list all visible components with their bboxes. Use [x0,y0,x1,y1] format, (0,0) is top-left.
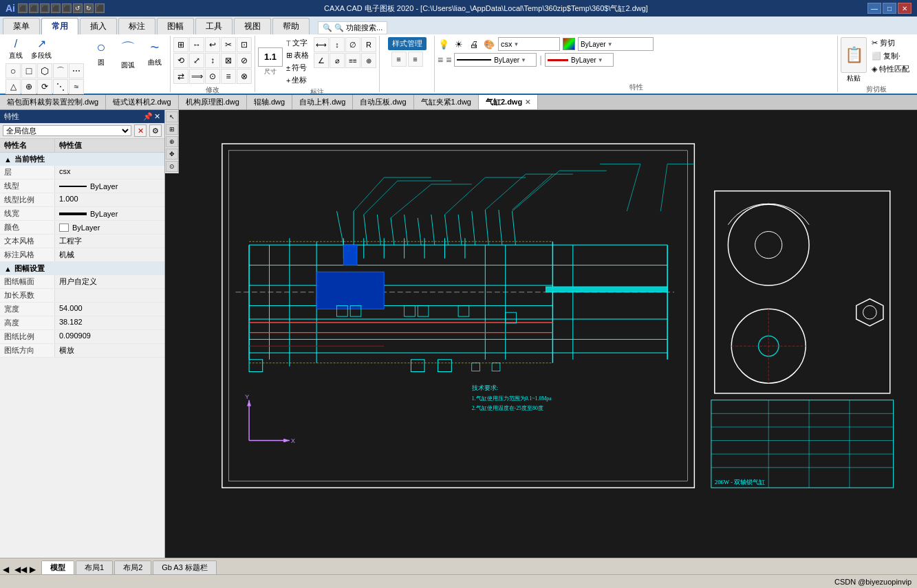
modify-btn-6[interactable]: ⟲ [173,53,188,68]
polyline-button[interactable]: ↗ 多段线 [28,37,54,62]
doc-tab-3[interactable]: 辊轴.dwg [247,95,292,109]
model-tab-layout1[interactable]: 布局1 [76,560,113,574]
modify-btn-12[interactable]: ⟹ [189,69,204,84]
dim-btn-6[interactable]: ⌀ [330,53,345,68]
tool-btn-9[interactable]: ⋱ [53,79,68,94]
tab-view[interactable]: 视图 [234,18,271,34]
tool-btn-10[interactable]: ≈ [69,79,84,94]
tool-btn-3[interactable]: ⬡ [37,63,52,78]
vtool-snap[interactable]: ⊙ [166,161,178,172]
coord-button[interactable]: + 坐标 [284,74,311,86]
panel-close-button[interactable]: ✕ [154,112,160,121]
current-props-section[interactable]: ▲ 当前特性 [0,153,164,166]
panel-pin-button[interactable]: 📌 [143,112,153,121]
doc-tab-2[interactable]: 机构原理图.dwg [179,95,247,109]
tab-nav-prev[interactable]: ◀ [3,565,9,574]
vtool-select[interactable]: ↖ [166,111,178,122]
model-tab-model[interactable]: 模型 [41,560,74,574]
line-button[interactable]: / 直线 [6,37,26,62]
minimize-button[interactable]: — [867,3,881,14]
modify-btn-1[interactable]: ⊞ [173,37,188,52]
tool-btn-2[interactable]: □ [21,63,36,78]
modify-btn-7[interactable]: ⤢ [189,53,204,68]
maximize-button[interactable]: □ [883,3,896,14]
filter-clear-button[interactable]: ✕ [134,124,147,137]
match-properties-button[interactable]: ◈ 特性匹配 [870,63,911,75]
panel-filter-select[interactable]: 全局信息 [3,125,131,136]
modify-btn-9[interactable]: ⊠ [221,53,236,68]
tool-btn-5[interactable]: ⋯ [69,63,84,78]
modify-btn-14[interactable]: ≡ [221,69,236,84]
tab-tools[interactable]: 工具 [195,18,233,34]
dim-btn-3[interactable]: ∅ [345,37,360,52]
dim-btn-5[interactable]: ∠ [314,53,329,68]
cut-button[interactable]: ✂ 剪切 [870,37,911,49]
color-wheel-btn[interactable]: 🎨 [483,38,495,50]
doc-tab-7[interactable]: 气缸2.dwg ✕ [479,95,538,109]
layer-visibility-btn[interactable]: 💡 [438,38,450,50]
layer-dropdown[interactable]: csx ▼ [498,37,560,51]
bylayer3-dropdown[interactable]: ByLayer ▼ [545,53,614,67]
color-swatch[interactable] [563,38,575,50]
tool-btn-1[interactable]: ○ [6,63,21,78]
filter-settings-button[interactable]: ⚙ [149,124,162,137]
dim-btn-1[interactable]: ⟷ [314,37,329,52]
tab-drawing-format[interactable]: 图幅 [157,18,194,34]
drawing-settings-section[interactable]: ▲ 图幅设置 [0,262,164,275]
modify-btn-13[interactable]: ⊙ [205,69,220,84]
tab-annotation[interactable]: 标注 [118,18,155,34]
sun-btn[interactable]: ☀ [453,38,465,50]
modify-btn-10[interactable]: ⊘ [237,53,252,68]
doc-tab-5[interactable]: 自动压板.dwg [353,95,413,109]
vtool-zoom[interactable]: ⊕ [166,136,178,147]
circle-button[interactable]: ○ 圆 [89,37,114,69]
model-tab-layout2[interactable]: 布局2 [114,560,151,574]
dim-btn-4[interactable]: R [361,37,376,52]
tab-insert[interactable]: 插入 [80,18,117,34]
scale-input[interactable]: 1.1 [258,47,283,67]
doc-tab-6[interactable]: 气缸夹紧1.dwg [414,95,479,109]
doc-tab-close-icon[interactable]: ✕ [525,98,530,106]
table-button[interactable]: ⊞ 表格 [284,50,311,61]
tool-btn-4[interactable]: ⌒ [53,63,68,78]
dim-btn-7[interactable]: ≡≡ [345,53,360,68]
print-btn[interactable]: 🖨 [468,38,480,50]
modify-btn-3[interactable]: ↩ [205,37,220,52]
tab-nav-next[interactable]: ▶ [30,565,36,574]
style-btn-2[interactable]: ≡ [408,52,423,67]
tool-btn-8[interactable]: ⟳ [37,79,52,94]
tab-menu[interactable]: 菜单 [3,18,40,34]
drawing-canvas-area[interactable]: ↖ ⊞ ⊕ ✥ ⊙ [165,110,917,558]
model-tab-titleblock[interactable]: Gb A3 标题栏 [153,560,217,574]
tab-nav-start[interactable]: ◀◀ [14,565,27,574]
style-management-button[interactable]: 样式管理 [388,37,427,50]
tool-btn-7[interactable]: ⊕ [21,79,36,94]
modify-btn-15[interactable]: ⊗ [237,69,252,84]
copy-button[interactable]: ⬜ 复制· [870,50,911,62]
tab-help[interactable]: 帮助 [272,18,310,34]
doc-tab-0[interactable]: 箱包面料裁剪装置控制.dwg [0,95,106,109]
arc-button[interactable]: ⌒ 圆弧 [116,37,140,72]
doc-tab-1[interactable]: 链式送料机2.dwg [106,95,178,109]
bylayer1-dropdown[interactable]: ByLayer ▼ [578,37,654,51]
vtool-pan[interactable]: ✥ [166,149,178,160]
style-btn-1[interactable]: ≡ [391,52,407,67]
modify-btn-11[interactable]: ⇄ [173,69,188,84]
window-controls[interactable]: — □ ✕ [867,3,911,14]
text-button[interactable]: T 文字 [284,37,311,49]
tab-common[interactable]: 常用 [41,18,78,34]
modify-btn-2[interactable]: ↔ [189,37,204,52]
curve-button[interactable]: ~ 曲线 [142,37,167,69]
modify-btn-4[interactable]: ✂ [221,37,236,52]
paste-button[interactable]: 📋 [841,37,867,73]
tool-btn-6[interactable]: △ [6,79,21,94]
modify-btn-5[interactable]: ⊡ [237,37,252,52]
symbol-button[interactable]: ± 符号 [284,62,311,74]
dim-btn-8[interactable]: ⊕ [361,53,376,68]
dim-btn-2[interactable]: ↕ [330,37,345,52]
close-button[interactable]: ✕ [898,3,911,14]
doc-tab-4[interactable]: 自动上料.dwg [292,95,353,109]
function-search[interactable]: 🔍 🔍 功能搜索... [318,21,387,34]
bylayer2-dropdown[interactable]: ByLayer ▼ [454,53,537,67]
modify-btn-8[interactable]: ↕ [205,53,220,68]
